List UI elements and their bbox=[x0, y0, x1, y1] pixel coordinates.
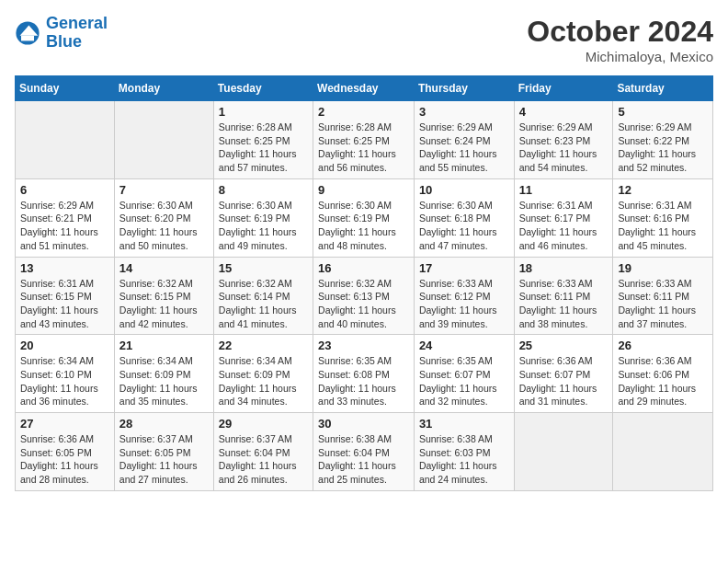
calendar-cell: 20Sunrise: 6:34 AM Sunset: 6:10 PM Dayli… bbox=[16, 335, 115, 413]
calendar-table: SundayMondayTuesdayWednesdayThursdayFrid… bbox=[15, 75, 713, 491]
day-info: Sunrise: 6:35 AM Sunset: 6:08 PM Dayligh… bbox=[318, 354, 409, 408]
calendar-cell: 16Sunrise: 6:32 AM Sunset: 6:13 PM Dayli… bbox=[313, 257, 415, 335]
calendar-cell: 11Sunrise: 6:31 AM Sunset: 6:17 PM Dayli… bbox=[514, 178, 613, 257]
day-info: Sunrise: 6:30 AM Sunset: 6:19 PM Dayligh… bbox=[219, 199, 308, 253]
calendar-cell: 23Sunrise: 6:35 AM Sunset: 6:08 PM Dayli… bbox=[313, 335, 415, 413]
day-info: Sunrise: 6:37 AM Sunset: 6:05 PM Dayligh… bbox=[119, 432, 209, 487]
location: Michimaloya, Mexico bbox=[527, 49, 713, 64]
day-number: 6 bbox=[20, 183, 109, 197]
calendar-body: 1Sunrise: 6:28 AM Sunset: 6:25 PM Daylig… bbox=[16, 101, 713, 491]
calendar-cell bbox=[114, 101, 213, 179]
day-info: Sunrise: 6:36 AM Sunset: 6:06 PM Dayligh… bbox=[618, 354, 708, 408]
day-info: Sunrise: 6:30 AM Sunset: 6:20 PM Dayligh… bbox=[119, 199, 209, 253]
day-info: Sunrise: 6:33 AM Sunset: 6:11 PM Dayligh… bbox=[519, 277, 609, 331]
weekday-header-friday: Friday bbox=[514, 76, 613, 101]
weekday-header-monday: Monday bbox=[114, 76, 213, 101]
weekday-header-tuesday: Tuesday bbox=[213, 76, 313, 101]
calendar-cell: 25Sunrise: 6:36 AM Sunset: 6:07 PM Dayli… bbox=[514, 335, 613, 413]
day-info: Sunrise: 6:32 AM Sunset: 6:15 PM Dayligh… bbox=[119, 277, 209, 331]
day-info: Sunrise: 6:30 AM Sunset: 6:18 PM Dayligh… bbox=[419, 199, 509, 253]
day-number: 7 bbox=[119, 183, 209, 197]
day-info: Sunrise: 6:33 AM Sunset: 6:12 PM Dayligh… bbox=[419, 277, 509, 331]
calendar-cell: 19Sunrise: 6:33 AM Sunset: 6:11 PM Dayli… bbox=[613, 257, 713, 335]
day-number: 23 bbox=[318, 339, 409, 352]
day-info: Sunrise: 6:32 AM Sunset: 6:14 PM Dayligh… bbox=[219, 277, 308, 331]
calendar-cell: 18Sunrise: 6:33 AM Sunset: 6:11 PM Dayli… bbox=[514, 257, 613, 335]
day-info: Sunrise: 6:34 AM Sunset: 6:09 PM Dayligh… bbox=[219, 354, 308, 408]
day-info: Sunrise: 6:38 AM Sunset: 6:04 PM Dayligh… bbox=[318, 432, 409, 487]
day-number: 28 bbox=[119, 417, 209, 431]
page-header: General Blue October 2024 Michimaloya, M… bbox=[15, 15, 713, 64]
calendar-week-2: 13Sunrise: 6:31 AM Sunset: 6:15 PM Dayli… bbox=[16, 257, 713, 335]
day-number: 14 bbox=[119, 261, 209, 275]
day-info: Sunrise: 6:29 AM Sunset: 6:23 PM Dayligh… bbox=[519, 121, 609, 175]
weekday-header-thursday: Thursday bbox=[414, 76, 514, 101]
calendar-cell: 14Sunrise: 6:32 AM Sunset: 6:15 PM Dayli… bbox=[114, 257, 213, 335]
day-info: Sunrise: 6:28 AM Sunset: 6:25 PM Dayligh… bbox=[219, 121, 308, 175]
day-info: Sunrise: 6:36 AM Sunset: 6:07 PM Dayligh… bbox=[519, 354, 609, 408]
day-info: Sunrise: 6:31 AM Sunset: 6:17 PM Dayligh… bbox=[519, 199, 609, 253]
day-info: Sunrise: 6:28 AM Sunset: 6:25 PM Dayligh… bbox=[318, 121, 409, 175]
calendar-cell bbox=[16, 101, 115, 179]
day-number: 29 bbox=[219, 417, 308, 431]
calendar-week-0: 1Sunrise: 6:28 AM Sunset: 6:25 PM Daylig… bbox=[16, 101, 713, 179]
calendar-cell: 13Sunrise: 6:31 AM Sunset: 6:15 PM Dayli… bbox=[16, 257, 115, 335]
calendar-header-row: SundayMondayTuesdayWednesdayThursdayFrid… bbox=[16, 76, 713, 101]
day-info: Sunrise: 6:37 AM Sunset: 6:04 PM Dayligh… bbox=[219, 432, 308, 487]
calendar-cell: 28Sunrise: 6:37 AM Sunset: 6:05 PM Dayli… bbox=[114, 413, 213, 491]
day-number: 16 bbox=[318, 261, 409, 275]
day-number: 26 bbox=[618, 339, 708, 352]
calendar-cell: 4Sunrise: 6:29 AM Sunset: 6:23 PM Daylig… bbox=[514, 101, 613, 179]
day-info: Sunrise: 6:30 AM Sunset: 6:19 PM Dayligh… bbox=[318, 199, 409, 253]
day-number: 20 bbox=[20, 339, 109, 352]
day-number: 27 bbox=[20, 417, 109, 431]
calendar-cell: 31Sunrise: 6:38 AM Sunset: 6:03 PM Dayli… bbox=[414, 413, 514, 491]
title-block: October 2024 Michimaloya, Mexico bbox=[527, 15, 713, 64]
day-number: 13 bbox=[20, 261, 109, 275]
day-number: 17 bbox=[419, 261, 509, 275]
weekday-header-saturday: Saturday bbox=[613, 76, 713, 101]
calendar-cell bbox=[514, 413, 613, 491]
calendar-cell: 24Sunrise: 6:35 AM Sunset: 6:07 PM Dayli… bbox=[414, 335, 514, 413]
calendar-cell: 17Sunrise: 6:33 AM Sunset: 6:12 PM Dayli… bbox=[414, 257, 514, 335]
day-number: 22 bbox=[219, 339, 308, 352]
logo-line2: Blue bbox=[46, 32, 82, 51]
day-info: Sunrise: 6:32 AM Sunset: 6:13 PM Dayligh… bbox=[318, 277, 409, 331]
day-number: 3 bbox=[419, 105, 509, 119]
day-number: 8 bbox=[219, 183, 308, 197]
calendar-cell: 27Sunrise: 6:36 AM Sunset: 6:05 PM Dayli… bbox=[16, 413, 115, 491]
logo-icon bbox=[15, 20, 40, 46]
calendar-cell: 6Sunrise: 6:29 AM Sunset: 6:21 PM Daylig… bbox=[16, 178, 115, 257]
calendar-cell: 8Sunrise: 6:30 AM Sunset: 6:19 PM Daylig… bbox=[213, 178, 313, 257]
day-number: 25 bbox=[519, 339, 609, 352]
calendar-cell: 15Sunrise: 6:32 AM Sunset: 6:14 PM Dayli… bbox=[213, 257, 313, 335]
day-info: Sunrise: 6:34 AM Sunset: 6:10 PM Dayligh… bbox=[20, 354, 109, 408]
calendar-week-4: 27Sunrise: 6:36 AM Sunset: 6:05 PM Dayli… bbox=[16, 413, 713, 491]
day-number: 11 bbox=[519, 183, 609, 197]
svg-rect-2 bbox=[21, 36, 34, 41]
logo-line1: General bbox=[46, 14, 108, 32]
day-number: 9 bbox=[318, 183, 409, 197]
day-number: 21 bbox=[119, 339, 209, 352]
day-number: 18 bbox=[519, 261, 609, 275]
day-info: Sunrise: 6:35 AM Sunset: 6:07 PM Dayligh… bbox=[419, 354, 509, 408]
day-number: 5 bbox=[618, 105, 708, 119]
day-number: 1 bbox=[219, 105, 308, 119]
weekday-header-wednesday: Wednesday bbox=[313, 76, 415, 101]
calendar-cell: 1Sunrise: 6:28 AM Sunset: 6:25 PM Daylig… bbox=[213, 101, 313, 179]
day-number: 19 bbox=[618, 261, 708, 275]
calendar-cell: 9Sunrise: 6:30 AM Sunset: 6:19 PM Daylig… bbox=[313, 178, 415, 257]
calendar-cell: 7Sunrise: 6:30 AM Sunset: 6:20 PM Daylig… bbox=[114, 178, 213, 257]
day-number: 31 bbox=[419, 417, 509, 431]
day-info: Sunrise: 6:34 AM Sunset: 6:09 PM Dayligh… bbox=[119, 354, 209, 408]
calendar-week-3: 20Sunrise: 6:34 AM Sunset: 6:10 PM Dayli… bbox=[16, 335, 713, 413]
logo: General Blue bbox=[15, 15, 108, 52]
day-info: Sunrise: 6:36 AM Sunset: 6:05 PM Dayligh… bbox=[20, 432, 109, 487]
month-title: October 2024 bbox=[527, 15, 713, 49]
calendar-cell: 30Sunrise: 6:38 AM Sunset: 6:04 PM Dayli… bbox=[313, 413, 415, 491]
weekday-header-sunday: Sunday bbox=[16, 76, 115, 101]
calendar-cell: 10Sunrise: 6:30 AM Sunset: 6:18 PM Dayli… bbox=[414, 178, 514, 257]
day-number: 10 bbox=[419, 183, 509, 197]
calendar-cell: 2Sunrise: 6:28 AM Sunset: 6:25 PM Daylig… bbox=[313, 101, 415, 179]
logo-text: General Blue bbox=[46, 15, 108, 52]
